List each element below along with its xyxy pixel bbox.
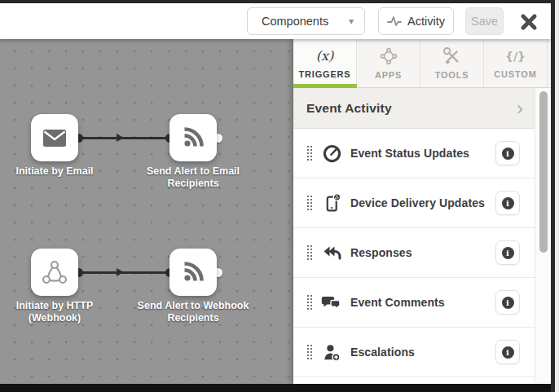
connector-arrow-icon [117,268,124,276]
palette-tabbar: (x) TRIGGERS APPS [293,39,551,88]
connected-nodes-icon [380,47,398,65]
palette-body: Event Activity › Event Status Updat [293,88,551,383]
info-icon: i [502,247,514,259]
node-initiate-by-http[interactable] [31,249,78,296]
close-button[interactable] [518,11,539,33]
info-button[interactable]: i [495,141,520,165]
tab-label: TRIGGERS [299,69,351,79]
window-border-bottom [0,384,551,392]
node-send-alert-webhook[interactable] [169,249,217,296]
window-edge-gap [555,0,559,392]
drag-handle-icon[interactable] [306,344,313,360]
tab-label: TOOLS [435,70,469,80]
components-dropdown-label: Components [262,15,328,28]
info-icon: i [502,148,514,160]
pulse-icon [387,15,402,28]
info-button[interactable]: i [495,191,520,215]
close-icon [520,13,538,31]
connector-wire [78,137,169,139]
section-title: Event Activity [306,101,392,116]
reply-all-icon [321,243,342,262]
list-item-escalations[interactable]: Escalations i [293,328,535,377]
tab-tools[interactable]: TOOLS [420,39,484,87]
code-braces-icon: {/} [505,48,526,64]
node-label: Initiate by Email [0,165,120,178]
list-item-device-delivery-updates[interactable]: Device Delivery Updates i [293,178,535,228]
info-icon: i [502,297,514,309]
trigger-list: Event Status Updates i [293,129,535,377]
node-label: Initiate by HTTP (Webhook) [0,300,120,324]
connector-wire [78,271,169,274]
list-item-label: Device Delivery Updates [350,196,485,209]
connector-arrow-icon [117,134,124,142]
activity-button[interactable]: Activity [378,7,454,35]
list-item-label: Escalations [350,346,415,359]
tab-custom[interactable]: {/} CUSTOM [484,39,548,87]
chevron-right-icon: › [517,100,523,117]
top-toolbar: Components ▾ Activity Save [0,3,551,39]
list-item-label: Event Status Updates [350,147,469,160]
tab-label: APPS [375,70,402,80]
tab-triggers[interactable]: (x) TRIGGERS [293,39,357,87]
node-label: Send Alert to Email Recipients [128,165,258,190]
activity-button-label: Activity [407,15,445,28]
component-palette-panel: (x) TRIGGERS APPS [293,39,551,384]
components-dropdown[interactable]: Components ▾ [247,7,365,35]
drag-handle-icon[interactable] [306,294,313,311]
panel-scrollbar[interactable] [535,88,551,383]
save-button[interactable]: Save [465,7,504,35]
list-item-label: Responses [350,246,412,259]
list-item-responses[interactable]: Responses i [293,228,535,278]
list-item-label: Event Comments [350,296,445,309]
node-label: Send Alert to Webhook Recipients [128,300,258,324]
drag-handle-icon[interactable] [306,195,313,211]
drag-handle-icon[interactable] [306,145,313,161]
info-button[interactable]: i [495,240,520,265]
person-up-icon [322,342,342,363]
drag-handle-icon[interactable] [306,244,313,261]
chevron-down-icon: ▾ [349,15,354,27]
window-border-top [0,0,555,3]
gauge-icon [322,143,342,164]
rss-icon [182,126,205,149]
rss-icon [182,261,205,284]
tab-apps[interactable]: APPS [357,39,420,87]
function-x-icon: (x) [316,48,334,64]
info-button[interactable]: i [495,290,520,315]
speech-bubbles-icon [321,293,342,312]
save-button-label: Save [471,15,498,28]
tab-label: CUSTOM [494,69,536,79]
info-button[interactable]: i [495,340,520,364]
node-send-alert-email[interactable] [169,114,217,161]
flow-designer-window: Components ▾ Activity Save [0,0,559,392]
section-event-activity[interactable]: Event Activity › [293,88,535,129]
webhook-icon [41,259,68,285]
list-item-event-comments[interactable]: Event Comments i [293,278,535,328]
scrollbar-thumb[interactable] [539,91,548,253]
info-icon: i [502,346,514,359]
info-icon: i [502,197,514,209]
flow-canvas[interactable]: Initiate by Email Send Alert to Email Re… [0,39,293,384]
envelope-icon [42,129,67,148]
crossed-tools-icon [443,47,461,65]
mobile-signal-icon [322,193,342,214]
list-item-event-status-updates[interactable]: Event Status Updates i [293,129,535,178]
node-initiate-by-email[interactable] [31,114,78,161]
